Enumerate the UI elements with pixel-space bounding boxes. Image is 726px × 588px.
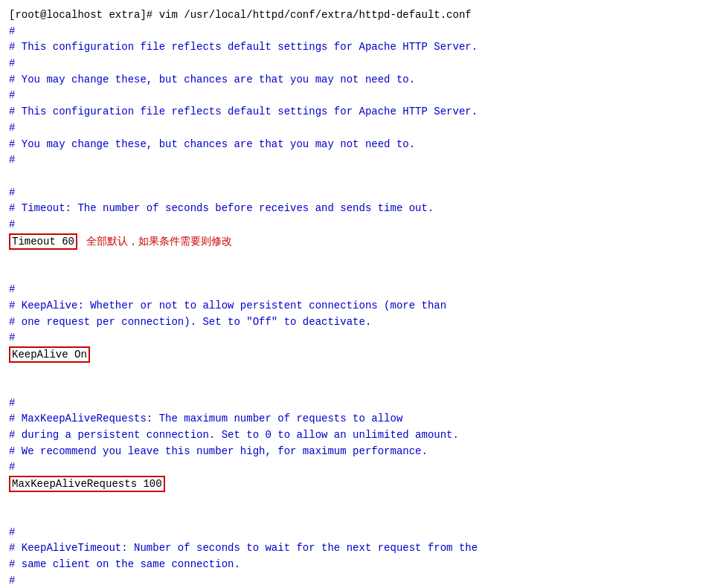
comment-line: # one request per connection). Set to "O… xyxy=(9,314,717,331)
comment-line: # xyxy=(9,185,717,201)
blank-line xyxy=(9,250,717,266)
directive-line: MaxKeepAliveRequests 100 xyxy=(9,476,717,492)
annotation-text: 全部默认，如果条件需要则修改 xyxy=(86,233,232,250)
command-line: [root@localhost extra]# vim /usr/local/h… xyxy=(9,7,717,24)
blank-line xyxy=(9,363,717,379)
comment-line: # xyxy=(9,395,717,412)
comment-line: # xyxy=(9,120,717,137)
blank-line xyxy=(9,379,717,395)
comment-line: # Timeout: The number of seconds before … xyxy=(9,201,717,217)
comment-line: # during a persistent connection. Set to… xyxy=(9,427,717,444)
directive-line: KeepAlive On xyxy=(9,346,717,363)
blank-line xyxy=(9,508,717,525)
comment-line: # You may change these, but chances are … xyxy=(9,137,717,153)
highlighted-directive: Timeout 60 xyxy=(9,233,77,250)
comment-line: # KeepAliveTimeout: Number of seconds to… xyxy=(9,540,717,557)
blank-line xyxy=(9,169,717,185)
comment-line: # xyxy=(9,330,717,346)
highlighted-directive: KeepAlive On xyxy=(9,346,90,363)
comment-line: # We recommend you leave this number hig… xyxy=(9,444,717,460)
comment-line: # KeepAlive: Whether or not to allow per… xyxy=(9,298,717,314)
comment-line: # xyxy=(9,282,717,298)
comment-line: # MaxKeepAliveRequests: The maximum numb… xyxy=(9,411,717,427)
comment-line: # This configuration file reflects defau… xyxy=(9,104,717,120)
comment-line: # xyxy=(9,56,717,72)
comment-line: # xyxy=(9,24,717,40)
directive-line: Timeout 60全部默认，如果条件需要则修改 xyxy=(9,233,717,250)
terminal-window: [root@localhost extra]# vim /usr/local/h… xyxy=(0,0,726,588)
blank-line xyxy=(9,492,717,508)
comment-line: # xyxy=(9,152,717,169)
comment-line: # This configuration file reflects defau… xyxy=(9,39,717,56)
comment-line: # xyxy=(9,573,717,588)
comment-line: # xyxy=(9,217,717,233)
comment-line: # You may change these, but chances are … xyxy=(9,72,717,88)
comment-line: # xyxy=(9,88,717,104)
blank-line xyxy=(9,266,717,282)
comment-line: # xyxy=(9,459,717,476)
comment-line: # same client on the same connection. xyxy=(9,557,717,573)
highlighted-directive: MaxKeepAliveRequests 100 xyxy=(9,476,165,492)
comment-line: # xyxy=(9,525,717,541)
